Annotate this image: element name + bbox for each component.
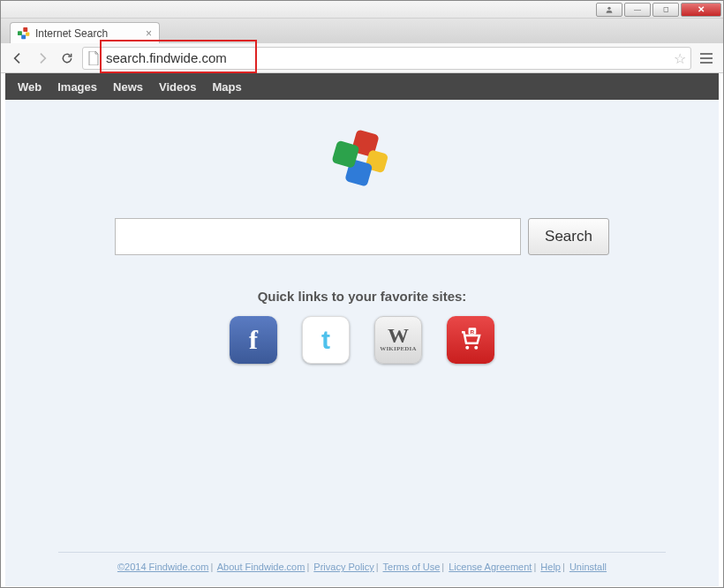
close-tab-icon[interactable]: × [146, 27, 152, 40]
address-bar[interactable] [82, 47, 691, 70]
address-bar-wrap: ☆ [82, 47, 691, 70]
page-viewport: Web Images News Videos Maps Search Quick… [2, 73, 722, 586]
window-titlebar [1, 1, 723, 19]
svg-text:R: R [471, 328, 475, 335]
browser-tab[interactable]: Internet Search × [10, 22, 160, 43]
site-logo-icon [329, 125, 395, 191]
tab-strip: Internet Search × [1, 19, 723, 43]
footer-link[interactable]: About Findwide.com [217, 562, 305, 572]
quicklink-facebook[interactable]: f [230, 316, 277, 364]
page-icon [87, 51, 100, 65]
tab-title: Internet Search [35, 27, 108, 40]
page-footer: ©2014 Findwide.com| About Findwide.com| … [5, 552, 719, 572]
nav-item-news[interactable]: News [113, 80, 143, 94]
footer-link[interactable]: Uninstall [569, 562, 607, 572]
footer-link[interactable]: ©2014 Findwide.com [117, 562, 209, 572]
svg-rect-3 [21, 34, 26, 39]
category-bar: Web Images News Videos Maps [5, 73, 719, 100]
footer-link[interactable]: License Agreement [449, 562, 532, 572]
close-window-button[interactable] [681, 3, 721, 17]
quicklink-shopping[interactable]: RR [447, 316, 494, 364]
back-button[interactable] [8, 49, 27, 68]
svg-rect-2 [26, 32, 29, 35]
footer-link[interactable]: Terms of Use [383, 562, 441, 572]
twitter-icon: t [321, 325, 330, 355]
cart-icon: RR [457, 327, 484, 353]
footer-link[interactable]: Privacy Policy [313, 562, 373, 572]
quicklinks-title: Quick links to your favorite sites: [5, 289, 719, 304]
forward-button[interactable] [33, 49, 52, 68]
svg-rect-1 [23, 27, 27, 32]
reload-button[interactable] [57, 49, 77, 68]
minimize-button[interactable] [624, 3, 651, 17]
browser-toolbar: ☆ [1, 43, 723, 73]
tab-favicon-icon [18, 27, 30, 40]
nav-item-images[interactable]: Images [57, 80, 97, 94]
footer-link[interactable]: Help [540, 562, 561, 572]
wikipedia-icon: W [388, 328, 409, 343]
svg-point-0 [607, 6, 610, 9]
page-content: Search Quick links to your favorite site… [5, 100, 719, 586]
wikipedia-label: WIKIPEDIA [380, 347, 416, 351]
maximize-button[interactable] [652, 3, 679, 17]
facebook-icon: f [249, 325, 258, 355]
svg-point-7 [474, 346, 478, 350]
quicklink-wikipedia[interactable]: W WIKIPEDIA [374, 316, 422, 364]
search-button[interactable]: Search [528, 218, 609, 255]
svg-rect-4 [18, 31, 22, 35]
svg-point-6 [465, 346, 469, 350]
nav-item-videos[interactable]: Videos [159, 80, 196, 94]
nav-item-web[interactable]: Web [18, 80, 41, 94]
quicklinks-row: f t W WIKIPEDIA RR [5, 316, 719, 364]
search-input[interactable] [115, 218, 521, 255]
quicklink-twitter[interactable]: t [302, 316, 350, 364]
user-button[interactable] [596, 3, 622, 17]
search-row: Search [5, 218, 719, 255]
nav-item-maps[interactable]: Maps [212, 80, 241, 94]
bookmark-star-icon[interactable]: ☆ [674, 50, 686, 67]
chrome-menu-button[interactable] [697, 49, 716, 68]
